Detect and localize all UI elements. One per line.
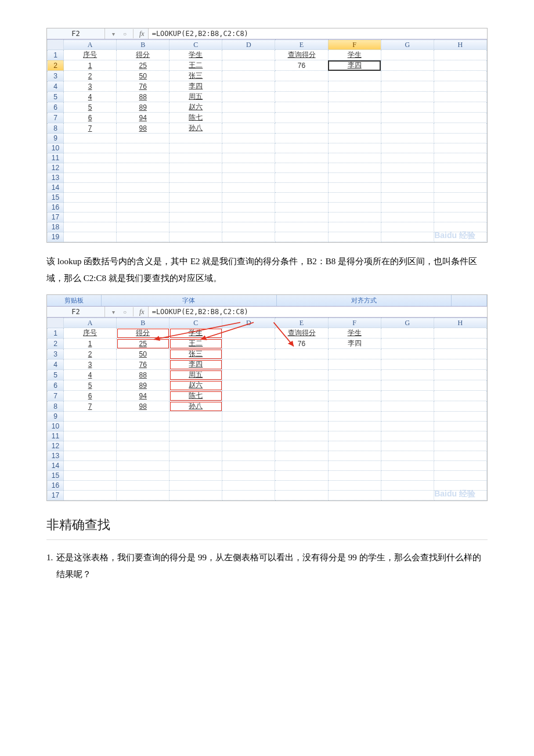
cell[interactable] [117,431,169,441]
cell[interactable] [275,461,328,471]
cell[interactable] [328,193,381,203]
cell[interactable] [117,481,169,491]
select-all-corner[interactable] [48,40,64,50]
cell[interactable] [434,471,486,481]
cell[interactable] [328,102,381,113]
cell[interactable] [275,471,328,481]
cell[interactable] [328,222,381,232]
cell[interactable] [117,143,169,153]
cell[interactable] [328,143,381,153]
col-header[interactable]: A [64,40,117,50]
cell[interactable]: 6 [64,113,117,123]
cell[interactable] [222,328,275,339]
cell[interactable] [169,143,222,153]
cell[interactable] [381,451,434,461]
cell[interactable] [434,143,486,153]
cell[interactable]: 学生 [169,328,222,339]
cell[interactable] [434,380,486,391]
cell[interactable] [381,183,434,193]
cell[interactable] [381,491,434,501]
cell[interactable] [434,60,486,71]
cell[interactable] [381,153,434,163]
spreadsheet-grid[interactable]: A B C D E F G H 1 序号 得分 学生 查询得分 学生 2 1 2… [47,318,487,501]
cell[interactable] [381,113,434,123]
spreadsheet-grid[interactable]: A B C D E F G H 1 序号 得分 学生 查询得分 学生 2 1 2… [47,39,487,242]
formula-input[interactable]: =LOOKUP(E2,B2:B8,C2:C8) [148,307,487,317]
cell[interactable] [381,471,434,481]
cell[interactable]: 50 [117,349,169,359]
cell[interactable]: 5 [64,380,117,391]
row-header[interactable]: 13 [48,173,64,183]
cell[interactable]: 89 [117,380,169,391]
cell[interactable] [328,359,381,370]
cell[interactable] [169,471,222,481]
cell[interactable] [434,222,486,232]
cell[interactable] [117,163,169,173]
row-header[interactable]: 14 [48,183,64,193]
cell[interactable]: 76 [117,359,169,370]
cell[interactable]: 94 [117,113,169,123]
cell[interactable] [275,370,328,380]
cell[interactable] [434,232,486,242]
cell[interactable] [381,412,434,422]
cell[interactable] [117,153,169,163]
cell[interactable]: 查询得分 [275,50,328,60]
cell[interactable] [64,163,117,173]
cell[interactable] [222,81,275,92]
cell[interactable] [222,401,275,412]
cell[interactable] [381,222,434,232]
cell[interactable] [275,359,328,370]
cell[interactable] [328,71,381,81]
cell[interactable] [381,391,434,401]
row-header[interactable]: 15 [48,471,64,481]
cell[interactable] [275,491,328,501]
row-header[interactable]: 1 [48,328,64,339]
cell[interactable] [117,461,169,471]
cell[interactable] [381,422,434,431]
cell[interactable] [434,401,486,412]
cell[interactable] [381,359,434,370]
col-header[interactable]: B [117,318,169,328]
cell[interactable] [275,71,328,81]
cell[interactable] [117,441,169,451]
cell[interactable] [328,370,381,380]
cell[interactable]: 1 [64,339,117,349]
cell[interactable] [222,193,275,203]
cell[interactable]: 得分 [117,328,169,339]
cell[interactable] [434,193,486,203]
cell[interactable] [275,213,328,222]
cell[interactable] [222,370,275,380]
cell[interactable] [434,349,486,359]
cell[interactable]: 张三 [169,71,222,81]
cell[interactable] [381,163,434,173]
cell[interactable] [275,431,328,441]
cell[interactable] [381,134,434,143]
cell[interactable] [222,213,275,222]
cell[interactable]: 98 [117,401,169,412]
cell[interactable] [434,213,486,222]
cell[interactable] [275,123,328,134]
col-header[interactable]: G [381,318,434,328]
row-header[interactable]: 14 [48,461,64,471]
cell[interactable] [275,441,328,451]
col-header[interactable]: E [275,40,328,50]
cell[interactable]: 94 [117,391,169,401]
cell[interactable] [169,183,222,193]
cell[interactable] [222,173,275,183]
cell[interactable] [381,349,434,359]
name-box[interactable]: F2 [47,28,105,39]
cell[interactable]: 25 [117,60,169,71]
cell[interactable] [328,461,381,471]
row-header[interactable]: 8 [48,123,64,134]
cell[interactable] [64,193,117,203]
cell[interactable] [328,401,381,412]
cell[interactable] [117,203,169,213]
cell[interactable] [434,153,486,163]
cell[interactable] [328,92,381,102]
cell[interactable] [275,81,328,92]
cell[interactable]: 2 [64,349,117,359]
cell[interactable] [434,183,486,193]
cell[interactable] [117,451,169,461]
cell[interactable] [434,359,486,370]
cell[interactable] [328,153,381,163]
